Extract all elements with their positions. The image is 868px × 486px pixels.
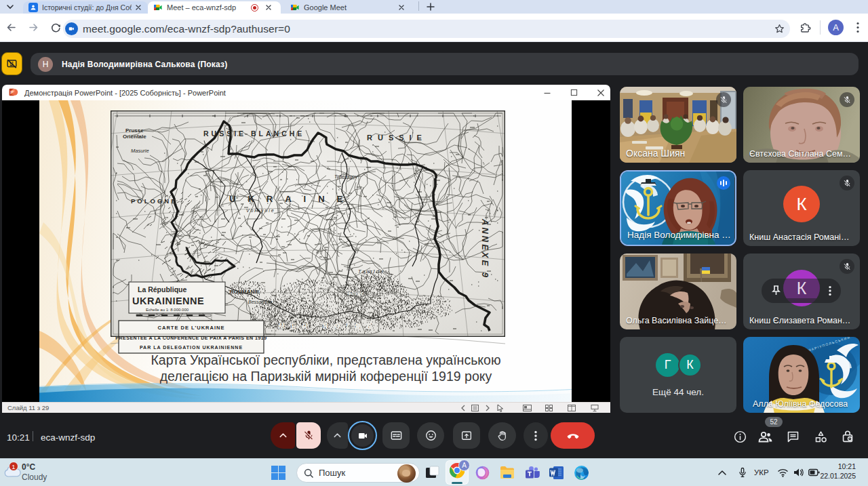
svg-text:Masurie: Masurie — [131, 148, 149, 154]
svg-text:Prusse: Prusse — [125, 127, 144, 134]
svg-text:La République: La République — [138, 285, 186, 293]
svg-text:Bessarabie: Bessarabie — [248, 300, 272, 304]
svg-text:UKRAINE: UKRAINE — [229, 194, 355, 204]
svg-text:Crimée: Crimée — [348, 291, 363, 296]
svg-text:RUSSIE: RUSSIE — [367, 134, 427, 142]
svg-text:P: P — [10, 90, 14, 95]
svg-text:Tauride: Tauride — [358, 268, 384, 275]
svg-text:Echelle au 1: 8.000.000: Echelle au 1: 8.000.000 — [146, 308, 189, 312]
svg-text:PAR LA DELEGATION UKRAINIENNE: PAR LA DELEGATION UKRAINIENNE — [140, 345, 243, 350]
svg-text:ROUMANIE: ROUMANIE — [230, 289, 260, 295]
svg-text:CARTE DE L’UKRAINE: CARTE DE L’UKRAINE — [158, 325, 225, 331]
svg-text:RUSSIE BLANCHE: RUSSIE BLANCHE — [203, 129, 304, 138]
svg-text:Orientale: Orientale — [123, 134, 146, 140]
svg-text:MER NOIRE: MER NOIRE — [279, 323, 378, 330]
svg-text:Tchernigov: Tchernigov — [334, 174, 357, 180]
svg-text:UKRAINIENNE: UKRAINIENNE — [132, 296, 204, 306]
svg-text:Volhynie: Volhynie — [246, 208, 275, 214]
svg-text:POLOGNE: POLOGNE — [131, 197, 178, 205]
svg-text:ANNEXE 9: ANNEXE 9 — [480, 218, 490, 279]
